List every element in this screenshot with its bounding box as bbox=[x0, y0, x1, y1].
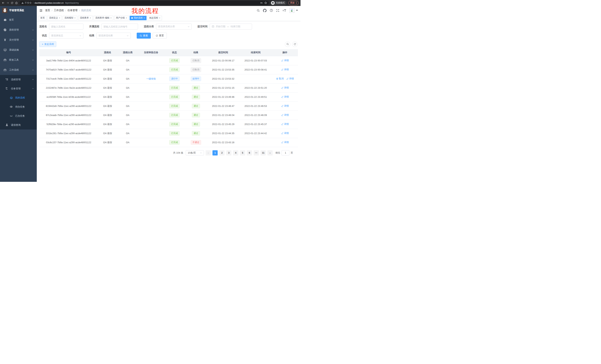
font-size-icon[interactable] bbox=[282, 9, 286, 12]
cell-submit-time: 2022-01-22 23:46:47 bbox=[207, 102, 239, 111]
sidebar-item-基础设施[interactable]: 基础设施 bbox=[0, 45, 37, 55]
forward-icon[interactable] bbox=[6, 1, 9, 4]
hamburger-icon[interactable] bbox=[38, 8, 44, 13]
detail-link[interactable]: 详情 bbox=[281, 123, 289, 126]
status-select[interactable]: 请选择状态 bbox=[49, 33, 83, 38]
tab-label: 发起流程 bbox=[149, 16, 158, 19]
tab-close-icon[interactable]: × bbox=[159, 17, 160, 19]
chevron-down-icon bbox=[127, 35, 129, 37]
github-icon[interactable] bbox=[263, 9, 267, 12]
tab-close-icon[interactable]: × bbox=[74, 17, 76, 19]
fullscreen-icon[interactable] bbox=[276, 9, 279, 12]
filter-label-parent-process: 所属流程 bbox=[89, 25, 101, 28]
prev-page-button[interactable]: ‹ bbox=[206, 150, 211, 155]
cancel-link[interactable]: 取消 bbox=[276, 77, 284, 80]
toggle-search-button[interactable] bbox=[285, 42, 290, 47]
sidebar-item-请假查询[interactable]: 请假查询 bbox=[0, 120, 37, 130]
search-button[interactable]: 搜索 bbox=[137, 33, 151, 38]
header-search-icon[interactable] bbox=[257, 9, 260, 12]
sidebar-item-任务管理[interactable]: 任务管理 bbox=[0, 84, 37, 93]
next-page-button[interactable]: › bbox=[267, 150, 273, 155]
back-icon[interactable] bbox=[2, 1, 5, 4]
sidebar-item-待办任务[interactable]: 待办任务 bbox=[0, 102, 37, 111]
detail-link[interactable]: 详情 bbox=[281, 104, 289, 108]
bookmark-star-icon[interactable] bbox=[264, 1, 267, 4]
cell-id: ec45f38f-7b9a-11ec-b03b-acde48001122 bbox=[39, 92, 98, 102]
cell-process-name: OA 请假 bbox=[98, 92, 117, 102]
incognito-badge: 无痕模式 bbox=[270, 1, 287, 5]
browser-update-button[interactable]: 更新 bbox=[288, 1, 299, 5]
current-task-link[interactable]: 一级审批 bbox=[146, 77, 156, 80]
page-button-2[interactable]: 2 bbox=[219, 150, 225, 155]
result-select[interactable]: 请选择流结果 bbox=[96, 33, 131, 38]
breadcrumb-workflow[interactable]: 工作流程 bbox=[54, 9, 64, 12]
avatar[interactable] bbox=[290, 8, 294, 13]
date-range-picker[interactable]: 开始日期 - 结束日期 bbox=[210, 24, 252, 29]
filter-row-2: 状态 请选择状态 结果 请选择流结果 搜索 bbox=[39, 33, 298, 38]
sidebar-item-我的流程[interactable]: 我的流程 bbox=[0, 93, 37, 102]
cell-current-task bbox=[138, 129, 164, 138]
cell-result: 已取消 bbox=[185, 65, 207, 74]
tab-用户分组[interactable]: 用户分组× bbox=[114, 16, 129, 20]
detail-link[interactable]: 详情 bbox=[281, 132, 289, 135]
address-bar[interactable]: 不安全 dashboard.yudao.iocoder.cn/bpm/task/… bbox=[20, 1, 269, 5]
create-process-button[interactable]: + 发起流程 bbox=[39, 41, 56, 47]
breadcrumb-home[interactable]: 首页 bbox=[45, 9, 50, 12]
sidebar-item-流程管理[interactable]: 流程管理 bbox=[0, 75, 37, 84]
help-icon[interactable] bbox=[270, 9, 273, 12]
tab-我的流程[interactable]: 我的流程× bbox=[130, 16, 147, 20]
tab-流程表单[interactable]: 流程表单× bbox=[78, 16, 93, 20]
cell-actions: 详情 bbox=[272, 138, 298, 147]
process-name-input[interactable] bbox=[49, 24, 83, 29]
cell-id: 331bc281-7b9a-11ec-a290-acde48001122 bbox=[39, 129, 98, 138]
cell-submit-time: 2022-01-22 23:46:04 bbox=[207, 111, 239, 120]
tab-close-icon[interactable]: × bbox=[110, 17, 112, 19]
tab-首页[interactable]: 首页 bbox=[39, 16, 46, 20]
tab-close-icon[interactable]: × bbox=[90, 17, 91, 19]
app-logo-row[interactable]: 芋道管理系统 bbox=[0, 6, 37, 15]
sidebar-item-支付管理[interactable]: 支付管理 bbox=[0, 35, 37, 45]
detail-link[interactable]: 详情 bbox=[286, 77, 294, 80]
page-button-4[interactable]: 4 bbox=[233, 150, 238, 155]
key-icon[interactable] bbox=[260, 1, 263, 4]
security-warning[interactable]: 不安全 bbox=[21, 1, 32, 5]
reload-icon[interactable] bbox=[11, 2, 13, 4]
page-button-5[interactable]: 5 bbox=[240, 150, 245, 155]
tab-流程模型[interactable]: 流程模型× bbox=[63, 16, 77, 20]
browser-menu-icon[interactable] bbox=[296, 1, 297, 4]
avatar-caret-icon[interactable] bbox=[296, 10, 298, 11]
detail-link[interactable]: 详情 bbox=[281, 141, 289, 144]
tab-发起流程[interactable]: 发起流程× bbox=[148, 16, 162, 20]
detail-link[interactable]: 详情 bbox=[281, 59, 289, 62]
tab-close-icon[interactable]: × bbox=[126, 17, 127, 19]
tab-close-icon[interactable]: × bbox=[144, 17, 145, 19]
sidebar-item-工作流程[interactable]: 工作流程 bbox=[0, 65, 37, 75]
page-button-3[interactable]: 3 bbox=[226, 150, 231, 155]
menu-item-label: 待办任务 bbox=[15, 105, 25, 108]
sidebar-item-研发工具[interactable]: 研发工具 bbox=[0, 55, 37, 65]
tab-流程表单-编辑[interactable]: 流程表单-编辑× bbox=[94, 16, 113, 20]
breadcrumb-separator: / bbox=[79, 9, 80, 12]
sidebar-item-已办任务[interactable]: 已办任务 bbox=[0, 111, 37, 120]
detail-link[interactable]: 详情 bbox=[281, 86, 289, 89]
home-icon[interactable] bbox=[15, 1, 18, 4]
sidebar-item-系统管理[interactable]: 系统管理 bbox=[0, 25, 37, 35]
page-size-select[interactable]: 10条/页 bbox=[186, 150, 204, 155]
detail-link[interactable]: 详情 bbox=[281, 68, 289, 71]
page-button-11[interactable]: 11 bbox=[260, 150, 266, 155]
tab-close-icon[interactable]: × bbox=[59, 17, 60, 19]
refresh-table-button[interactable] bbox=[292, 42, 298, 47]
detail-link[interactable]: 详情 bbox=[281, 113, 289, 117]
sidebar-item-首页[interactable]: 首页 bbox=[0, 15, 37, 25]
page-more-button[interactable]: ••• bbox=[254, 150, 259, 155]
tab-流程定义[interactable]: 流程定义× bbox=[47, 16, 62, 20]
detail-link[interactable]: 详情 bbox=[281, 95, 289, 98]
breadcrumb-task-mgmt[interactable]: 任务管理 bbox=[68, 9, 78, 12]
category-select[interactable]: 请选择流程分类 bbox=[156, 24, 192, 29]
reset-button[interactable]: 重置 bbox=[153, 33, 167, 38]
page-button-6[interactable]: 6 bbox=[247, 150, 252, 155]
cell-id: 3ad174fb-7b9d-11ec-8404-acde48001122 bbox=[39, 56, 98, 65]
process-definition-input[interactable] bbox=[101, 24, 138, 29]
goto-page-input[interactable] bbox=[281, 150, 289, 155]
page-button-1[interactable]: 1 bbox=[212, 150, 218, 155]
